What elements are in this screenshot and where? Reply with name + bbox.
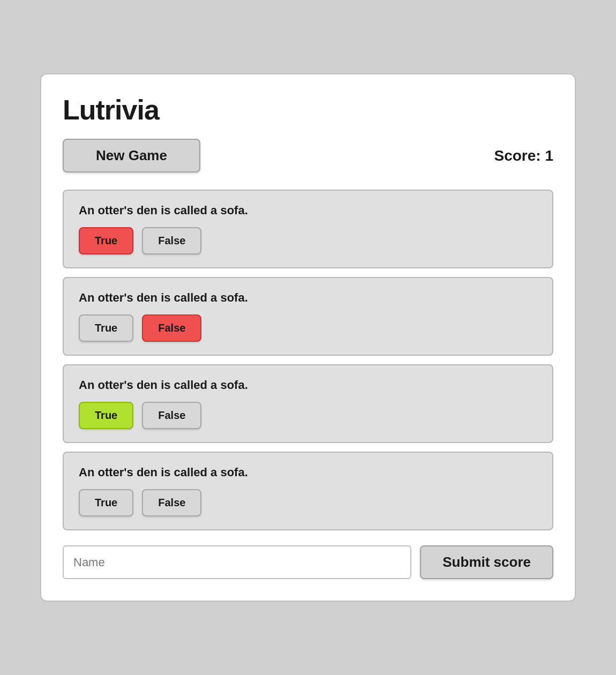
question-text-4: An otter's den is called a sofa. [79,466,537,479]
true-button-4[interactable]: True [79,489,133,516]
question-card-1: An otter's den is called a sofa.TrueFals… [63,190,553,268]
answer-buttons-4: TrueFalse [79,489,537,516]
submit-score-button[interactable]: Submit score [420,545,553,579]
question-text-3: An otter's den is called a sofa. [79,378,537,392]
question-text-2: An otter's den is called a sofa. [79,291,537,305]
true-button-3[interactable]: True [79,402,133,429]
score-display: Score: 1 [494,147,554,164]
new-game-button[interactable]: New Game [63,139,200,172]
app-title: Lutrivia [63,94,553,126]
app-container: Lutrivia New Game Score: 1 An otter's de… [40,73,576,602]
false-button-4[interactable]: False [142,489,201,516]
bottom-row: Submit score [63,545,553,579]
questions-container: An otter's den is called a sofa.TrueFals… [63,190,553,530]
question-text-1: An otter's den is called a sofa. [79,204,537,218]
answer-buttons-2: TrueFalse [79,314,537,342]
name-input[interactable] [63,545,411,579]
false-button-1[interactable]: False [142,227,201,254]
false-button-3[interactable]: False [142,402,201,429]
answer-buttons-3: TrueFalse [79,402,537,429]
question-card-2: An otter's den is called a sofa.TrueFals… [63,277,553,356]
true-button-1[interactable]: True [79,227,133,254]
false-button-2[interactable]: False [142,314,201,342]
question-card-4: An otter's den is called a sofa.TrueFals… [63,452,553,530]
question-card-3: An otter's den is called a sofa.TrueFals… [63,364,553,443]
true-button-2[interactable]: True [79,314,133,342]
answer-buttons-1: TrueFalse [79,227,537,254]
header-row: New Game Score: 1 [63,139,553,172]
